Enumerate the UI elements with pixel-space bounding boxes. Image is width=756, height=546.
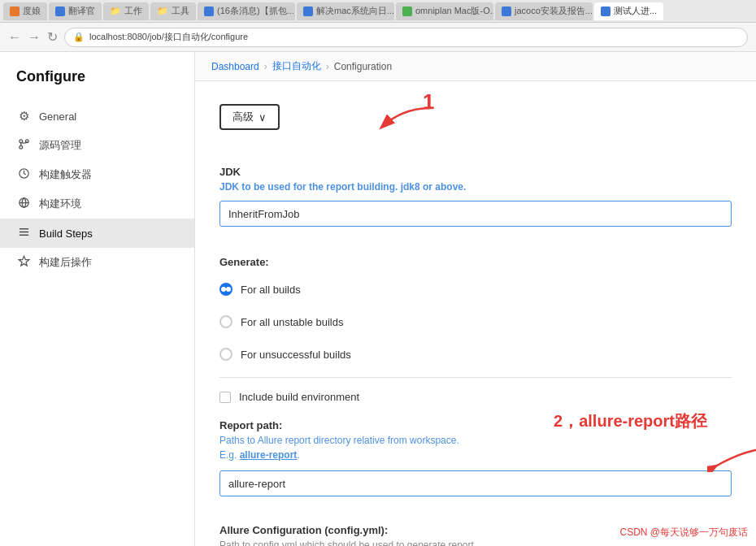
postbuild-icon [16, 255, 31, 270]
back-button[interactable]: ← [8, 30, 21, 45]
tab-label-omni: omniplan Mac版-O... [415, 5, 493, 17]
sidebar-label-env: 构建环境 [39, 197, 81, 211]
allure-report-link[interactable]: allure-report [240, 449, 298, 461]
radio-for-all-builds[interactable]: For all builds [219, 280, 732, 299]
arrow-annotation-2 [707, 444, 756, 472]
include-env-checkbox[interactable] [219, 392, 231, 403]
jdk-input[interactable] [219, 201, 732, 227]
arrow-annotation-1 [370, 104, 435, 132]
tab-label-jacoco: jacoco安装及报告... [515, 5, 593, 17]
report-path-section: Report path: Paths to Allure report dire… [219, 419, 732, 513]
tab-icon-tools: 📁 [157, 6, 168, 16]
breadcrumb: Dashboard › 接口自动化 › Configuration [195, 52, 756, 81]
radio-unstable-indicator[interactable] [219, 315, 232, 328]
advanced-button[interactable]: 高级 ∨ [219, 104, 280, 130]
divider-1 [219, 377, 732, 378]
svg-point-0 [19, 140, 22, 143]
branch-icon [16, 138, 31, 153]
tab-tools[interactable]: 📁 工具 [150, 2, 196, 20]
tab-favicon-mac [303, 6, 313, 16]
jdk-section: JDK JDK to be used for the report buildi… [219, 166, 732, 243]
tab-label-tools: 工具 [172, 5, 189, 17]
jdk-description: JDK to be used for the report building. … [219, 181, 732, 193]
tab-label-duma: 度娘 [23, 5, 41, 17]
main-content: 1 高级 ∨ JDK JDK to be used for the report… [195, 81, 756, 546]
include-env-row[interactable]: Include build environment [219, 391, 732, 403]
sidebar: Configure ⚙ General 源码管理 构建触发器 构建环境 [0, 52, 195, 546]
sidebar-label-buildsteps: Build Steps [39, 228, 93, 240]
sidebar-title: Configure [0, 68, 194, 102]
address-bar: ← → ↻ 🔒 localhost:8080/job/接口自动化/configu… [0, 23, 756, 52]
generate-section: Generate: For all builds For all unstabl… [219, 256, 732, 364]
forward-button[interactable]: → [28, 30, 41, 45]
url-input[interactable]: 🔒 localhost:8080/job/接口自动化/configure [64, 28, 748, 47]
tab-label-capture: (16条消息)【抓包... [217, 5, 294, 17]
tab-capture[interactable]: (16条消息)【抓包... [198, 2, 295, 20]
tab-icon-work: 📁 [110, 6, 121, 16]
radio-for-all-indicator[interactable] [219, 283, 232, 296]
sidebar-label-general: General [39, 110, 76, 123]
svg-point-1 [19, 145, 22, 149]
tab-mac[interactable]: 解决mac系统向日... [297, 2, 394, 20]
breadcrumb-sep1: › [264, 61, 267, 72]
tab-favicon-jacoco [502, 6, 511, 16]
tab-favicon-active [601, 6, 610, 16]
allure-config-desc: Path to config.yml which should be used … [219, 540, 732, 546]
annotation-2-text: 2，allure-report路径 [554, 410, 707, 432]
gear-icon: ⚙ [16, 109, 31, 124]
breadcrumb-dashboard[interactable]: Dashboard [211, 61, 259, 72]
refresh-button[interactable]: ↻ [47, 29, 58, 45]
tab-active[interactable]: 测试人进... [594, 2, 663, 20]
report-path-desc1: Paths to Allure report directory relativ… [219, 435, 732, 446]
tab-favicon-duma [10, 6, 20, 16]
app-container: Configure ⚙ General 源码管理 构建触发器 构建环境 [0, 52, 756, 546]
tab-favicon-translator [55, 6, 65, 16]
sidebar-item-postbuild[interactable]: 构建后操作 [0, 248, 194, 277]
radio-for-all-label: For all builds [241, 284, 301, 296]
chevron-down-icon: ∨ [259, 111, 267, 124]
tab-work[interactable]: 📁 工作 [103, 2, 149, 20]
svg-marker-8 [19, 256, 29, 266]
generate-label: Generate: [219, 256, 732, 268]
jdk-label: JDK [219, 166, 732, 178]
tab-label-mac: 解决mac系统向日... [316, 5, 394, 17]
tab-duma[interactable]: 度娘 [3, 2, 47, 20]
sidebar-label-trigger: 构建触发器 [39, 167, 92, 182]
advanced-button-label: 高级 [232, 110, 254, 124]
radio-for-unstable[interactable]: For all unstable builds [219, 312, 732, 332]
tab-translator[interactable]: 翻译官 [49, 2, 102, 20]
tab-label-work: 工作 [124, 5, 142, 17]
tab-label-active: 测试人进... [614, 5, 657, 17]
breadcrumb-sep2: › [326, 61, 329, 72]
sidebar-item-env[interactable]: 构建环境 [0, 189, 194, 219]
report-path-input[interactable] [219, 470, 732, 496]
include-env-label: Include build environment [239, 391, 359, 403]
sidebar-item-source[interactable]: 源码管理 [0, 131, 194, 160]
tab-favicon-omni [402, 6, 412, 16]
radio-unstable-label: For all unstable builds [241, 316, 343, 328]
breadcrumb-current: Configuration [334, 61, 392, 72]
radio-for-unsuccessful[interactable]: For unsuccessful builds [219, 344, 732, 364]
sidebar-label-source: 源码管理 [39, 138, 81, 153]
browser-tab-bar: 度娘 翻译官 📁 工作 📁 工具 (16条消息)【抓包... 解决mac系统向日… [0, 0, 756, 23]
radio-unsuccessful-indicator[interactable] [219, 348, 232, 361]
tab-jacoco[interactable]: jacoco安装及报告... [495, 2, 593, 20]
tab-favicon-capture [204, 6, 214, 16]
sidebar-item-buildsteps[interactable]: Build Steps [0, 219, 194, 248]
sidebar-item-trigger[interactable]: 构建触发器 [0, 160, 194, 189]
report-path-desc2: E.g. allure-report. [219, 449, 732, 461]
buildsteps-icon [16, 226, 31, 240]
tab-omni[interactable]: omniplan Mac版-O... [396, 2, 493, 20]
watermark: CSDN @每天说够一万句废话 [619, 526, 748, 540]
sidebar-item-general[interactable]: ⚙ General [0, 102, 194, 131]
tab-label-translator: 翻译官 [68, 5, 95, 17]
sidebar-label-postbuild: 构建后操作 [39, 255, 92, 270]
breadcrumb-automation[interactable]: 接口自动化 [272, 59, 321, 73]
env-icon [16, 197, 31, 211]
radio-unsuccessful-label: For unsuccessful builds [241, 349, 351, 361]
trigger-icon [16, 167, 31, 182]
